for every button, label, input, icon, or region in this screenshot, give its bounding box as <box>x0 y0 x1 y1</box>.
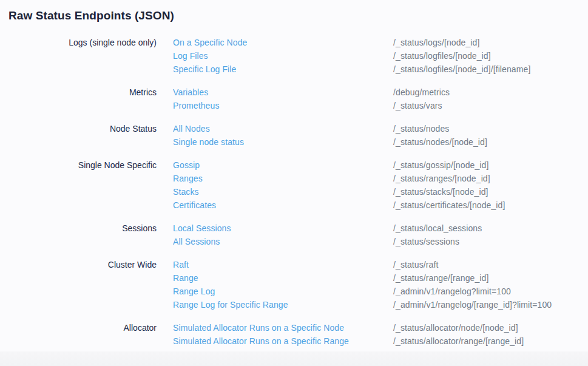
endpoint-path: /_status/certificates/[node_id] <box>393 198 505 212</box>
group-category: Single Node Specific <box>0 158 157 212</box>
endpoint-groups: Logs (single node only) On a Specific No… <box>0 22 588 348</box>
endpoint-path: /_status/logfiles/[node_id]/[filename] <box>393 63 530 76</box>
group-entries: Variables /debug/metrics Prometheus /_st… <box>173 86 588 112</box>
endpoint-group-sessions: Sessions Local Sessions /_status/local_s… <box>0 222 588 248</box>
endpoint-row: Certificates /_status/certificates/[node… <box>173 198 588 212</box>
endpoint-row: On a Specific Node /_status/logs/[node_i… <box>173 36 588 49</box>
endpoint-path: /_status/local_sessions <box>393 222 482 235</box>
group-entries: Raft /_status/raft Range /_status/range/… <box>173 258 588 311</box>
endpoint-group-cluster-wide: Cluster Wide Raft /_status/raft Range /_… <box>0 258 588 311</box>
endpoint-link[interactable]: Simulated Allocator Runs on a Specific R… <box>173 334 393 348</box>
page-title: Raw Status Endpoints (JSON) <box>0 0 588 22</box>
group-entries: All Nodes /_status/nodes Single node sta… <box>173 122 588 149</box>
endpoint-row: Range Log /_admin/v1/rangelog?limit=100 <box>173 285 588 298</box>
endpoint-path: /_status/nodes/[node_id] <box>393 135 487 149</box>
endpoint-path: /debug/metrics <box>393 86 450 99</box>
endpoint-row: Prometheus /_status/vars <box>173 99 588 112</box>
endpoint-link[interactable]: All Nodes <box>173 122 393 135</box>
group-category: Metrics <box>0 86 157 112</box>
endpoint-link[interactable]: Ranges <box>173 172 393 185</box>
endpoint-path: /_status/nodes <box>393 122 449 135</box>
endpoint-link[interactable]: Prometheus <box>173 99 393 112</box>
endpoint-row: Log Files /_status/logfiles/[node_id] <box>173 49 588 63</box>
group-entries: On a Specific Node /_status/logs/[node_i… <box>173 36 588 76</box>
endpoint-path: /_status/logfiles/[node_id] <box>393 49 491 63</box>
endpoint-link[interactable]: On a Specific Node <box>173 36 393 49</box>
endpoint-group-allocator: Allocator Simulated Allocator Runs on a … <box>0 321 588 348</box>
endpoint-path: /_status/vars <box>393 99 442 112</box>
group-category: Sessions <box>0 222 157 248</box>
endpoint-row: Range /_status/range/[range_id] <box>173 271 588 285</box>
endpoint-row: Simulated Allocator Runs on a Specific N… <box>173 321 588 334</box>
endpoint-link[interactable]: Raft <box>173 258 393 271</box>
endpoint-row: All Nodes /_status/nodes <box>173 122 588 135</box>
endpoint-row: Stacks /_status/stacks/[node_id] <box>173 185 588 198</box>
endpoint-row: Gossip /_status/gossip/[node_id] <box>173 158 588 172</box>
endpoint-link[interactable]: Log Files <box>173 49 393 63</box>
group-entries: Simulated Allocator Runs on a Specific N… <box>173 321 588 348</box>
endpoint-link[interactable]: Specific Log File <box>173 63 393 76</box>
endpoint-path: /_admin/v1/rangelog/[range_id]?limit=100 <box>393 298 552 311</box>
endpoint-link[interactable]: Variables <box>173 86 393 99</box>
endpoint-link[interactable]: Stacks <box>173 185 393 198</box>
endpoint-row: Raft /_status/raft <box>173 258 588 271</box>
endpoint-link[interactable]: Range Log <box>173 285 393 298</box>
endpoint-row: Single node status /_status/nodes/[node_… <box>173 135 588 149</box>
page-footer-band <box>0 351 588 366</box>
group-category: Cluster Wide <box>0 258 157 311</box>
endpoint-path: /_admin/v1/rangelog?limit=100 <box>393 285 511 298</box>
endpoint-path: /_status/range/[range_id] <box>393 271 488 285</box>
endpoint-row: Variables /debug/metrics <box>173 86 588 99</box>
endpoint-path: /_status/ranges/[node_id] <box>393 172 490 185</box>
endpoint-link[interactable]: Gossip <box>173 158 393 172</box>
endpoint-path: /_status/allocator/range/[range_id] <box>393 334 524 348</box>
group-entries: Gossip /_status/gossip/[node_id] Ranges … <box>173 158 588 212</box>
endpoint-link[interactable]: Range <box>173 271 393 285</box>
endpoint-link[interactable]: All Sessions <box>173 235 393 248</box>
endpoint-path: /_status/stacks/[node_id] <box>393 185 488 198</box>
endpoint-row: Local Sessions /_status/local_sessions <box>173 222 588 235</box>
group-entries: Local Sessions /_status/local_sessions A… <box>173 222 588 248</box>
endpoint-row: Specific Log File /_status/logfiles/[nod… <box>173 63 588 76</box>
endpoint-group-node-status: Node Status All Nodes /_status/nodes Sin… <box>0 122 588 149</box>
endpoint-link[interactable]: Local Sessions <box>173 222 393 235</box>
endpoint-path: /_status/raft <box>393 258 438 271</box>
group-category: Allocator <box>0 321 157 348</box>
endpoint-group-single-node-specific: Single Node Specific Gossip /_status/gos… <box>0 158 588 212</box>
endpoint-path: /_status/allocator/node/[node_id] <box>393 321 518 334</box>
endpoint-group-logs: Logs (single node only) On a Specific No… <box>0 36 588 76</box>
endpoint-row: All Sessions /_status/sessions <box>173 235 588 248</box>
endpoint-row: Ranges /_status/ranges/[node_id] <box>173 172 588 185</box>
debug-page: Raw Status Endpoints (JSON) Logs (single… <box>0 0 588 351</box>
endpoint-path: /_status/sessions <box>393 235 459 248</box>
endpoint-path: /_status/logs/[node_id] <box>393 36 479 49</box>
endpoint-link[interactable]: Simulated Allocator Runs on a Specific N… <box>173 321 393 334</box>
endpoint-row: Range Log for Specific Range /_admin/v1/… <box>173 298 588 311</box>
group-category: Logs (single node only) <box>0 36 157 76</box>
endpoint-link[interactable]: Range Log for Specific Range <box>173 298 393 311</box>
endpoint-row: Simulated Allocator Runs on a Specific R… <box>173 334 588 348</box>
endpoint-link[interactable]: Certificates <box>173 198 393 212</box>
endpoint-path: /_status/gossip/[node_id] <box>393 158 488 172</box>
group-category: Node Status <box>0 122 157 149</box>
endpoint-link[interactable]: Single node status <box>173 135 393 149</box>
endpoint-group-metrics: Metrics Variables /debug/metrics Prometh… <box>0 86 588 112</box>
